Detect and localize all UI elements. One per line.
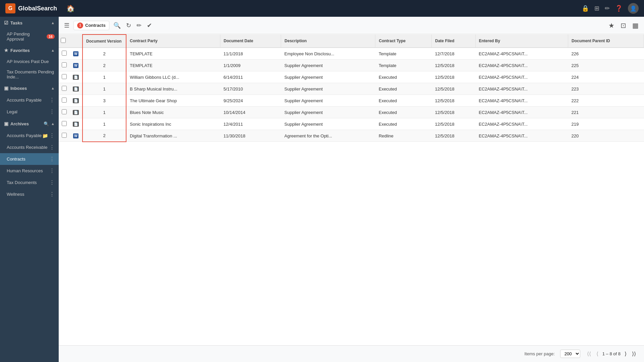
inboxes-section[interactable]: ▣Inboxes ▲	[0, 82, 59, 94]
favorite-icon[interactable]: ★	[607, 20, 616, 31]
archive-item-label: Contracts	[7, 157, 25, 162]
prev-page-btn[interactable]: ⟨	[595, 350, 600, 358]
description-cell: Supplier Agreement	[281, 83, 375, 95]
sidebar-item-ap-pending[interactable]: AP Pending Approval 16	[0, 29, 59, 44]
toolbar-right: ★ ⊡ ▦	[607, 20, 640, 31]
document-date-cell: 11/1/2018	[220, 48, 281, 60]
archive-item-more-icon[interactable]: ⋮	[49, 191, 55, 197]
menu-icon[interactable]: ☰	[63, 20, 71, 31]
row-checkbox-cell[interactable]	[59, 60, 69, 71]
inbox-legal-more-icon[interactable]: ⋮	[49, 109, 55, 115]
document-date-cell: 9/25/2024	[220, 95, 281, 107]
row-checkbox[interactable]	[62, 62, 67, 67]
row-checkbox-cell[interactable]	[59, 95, 69, 107]
img-file-icon: 📄	[73, 122, 79, 127]
logo-icon: G	[5, 3, 15, 13]
archives-search-icon[interactable]: 🔍	[44, 121, 49, 126]
table-row: 📄 3 The Ultimate Gear Shop 9/25/2024 Sup…	[59, 95, 644, 107]
archive-item-label: Tax Documents	[7, 180, 37, 185]
star-icon: ★	[4, 48, 8, 53]
row-checkbox[interactable]	[62, 133, 67, 138]
row-checkbox[interactable]	[62, 109, 67, 114]
date-filed-cell: 12/5/2018	[432, 130, 475, 142]
contracts-tab[interactable]: 1 Contracts	[73, 21, 109, 30]
search-icon[interactable]: 🔍	[112, 20, 122, 31]
select-all-checkbox[interactable]	[61, 38, 66, 43]
parent-id-cell: 220	[568, 130, 644, 142]
entered-by-cell: EC2AMAZ-4P5CSNA\T...	[475, 83, 568, 95]
sidebar-item-accounts-payable[interactable]: Accounts Payable📁⋮	[0, 130, 59, 141]
help-icon[interactable]: ❓	[615, 5, 623, 12]
refresh-icon[interactable]: ↻	[125, 20, 132, 31]
share-icon[interactable]: ⊡	[619, 20, 628, 31]
row-checkbox-cell[interactable]	[59, 130, 69, 142]
table-row: 📄 1 Sonic Inspirations Inc 12/4/2011 Sup…	[59, 118, 644, 130]
contract-party-cell: The Ultimate Gear Shop	[126, 95, 220, 107]
document-date-cell: 12/4/2011	[220, 118, 281, 130]
home-button[interactable]: 🏠	[64, 3, 77, 14]
sidebar-item-inbox-accounts-payable[interactable]: Accounts Payable ⋮	[0, 94, 59, 106]
tasks-chevron: ▲	[51, 21, 55, 25]
doc-version-cell: 1	[83, 118, 126, 130]
favorites-section[interactable]: ★Favorites ▲	[0, 44, 59, 56]
document-date-cell: 1/1/2009	[220, 60, 281, 71]
archive-item-more-icon[interactable]: ⋮	[49, 156, 55, 162]
date-filed-cell: 12/5/2018	[432, 60, 475, 71]
file-type-cell: 📄	[69, 118, 83, 130]
archive-item-more-icon[interactable]: ⋮	[49, 179, 55, 186]
file-type-cell: W	[69, 130, 83, 142]
row-checkbox-cell[interactable]	[59, 83, 69, 95]
description-cell: Supplier Agreement	[281, 118, 375, 130]
doc-version-cell: 2	[83, 60, 126, 71]
last-page-btn[interactable]: ⟩⟩	[631, 350, 637, 358]
row-checkbox[interactable]	[62, 74, 67, 79]
archive-item-more-icon[interactable]: ⋮	[49, 132, 55, 139]
first-page-btn[interactable]: ⟨⟨	[586, 350, 592, 358]
top-nav: G GlobalSearch 🏠 🔒 ⊞ ✏ ❓ 👤	[0, 0, 644, 17]
sidebar-item-wellness[interactable]: Wellness⋮	[0, 188, 59, 200]
sidebar-item-contracts[interactable]: Contracts⋮	[0, 153, 59, 165]
parent-id-cell: 224	[568, 71, 644, 83]
app-name: GlobalSearch	[18, 5, 57, 12]
sidebar-item-tax-docs[interactable]: Tax Documents Pending Inde...	[0, 67, 59, 82]
check-icon[interactable]: ✔	[146, 20, 153, 31]
row-checkbox[interactable]	[62, 121, 67, 126]
user-avatar[interactable]: 👤	[628, 3, 639, 14]
lock-icon[interactable]: 🔒	[582, 5, 589, 12]
layout-icon[interactable]: ▦	[631, 20, 640, 31]
sidebar-item-accounts-receivable[interactable]: Accounts Receivable⋮	[0, 141, 59, 153]
description-cell: Supplier Agreement	[281, 60, 375, 71]
sidebar-item-human-resources[interactable]: Human Resources⋮	[0, 165, 59, 177]
grid-icon[interactable]: ⊞	[594, 5, 599, 12]
row-checkbox[interactable]	[62, 86, 67, 91]
edit-icon[interactable]: ✏	[605, 5, 610, 12]
items-per-page-select[interactable]: 200 25 50 100	[560, 350, 580, 358]
main-content: ☰ 1 Contracts 🔍 ↻ ✏ ✔ ★ ⊡ ▦ Document Ver…	[59, 17, 644, 362]
img-file-icon: 📄	[73, 86, 79, 92]
sidebar-item-tax-documents[interactable]: Tax Documents⋮	[0, 177, 59, 188]
select-all-header[interactable]	[59, 35, 69, 48]
tasks-section[interactable]: ☑Tasks ▲	[0, 17, 59, 29]
row-checkbox[interactable]	[62, 51, 67, 56]
sidebar-item-ap-invoices[interactable]: AP Invoices Past Due	[0, 56, 59, 67]
archive-item-more-icon[interactable]: ⋮	[49, 168, 55, 174]
row-checkbox-cell[interactable]	[59, 71, 69, 83]
word-file-icon: W	[73, 133, 78, 138]
archive-item-label: Human Resources	[7, 168, 43, 173]
inbox-icon: ▣	[4, 85, 8, 91]
table-header-row: Document Version Contract Party Document…	[59, 35, 644, 48]
ap-pending-badge: 16	[47, 34, 55, 39]
table-row: 📄 1 William Gibbons LLC (d... 6/14/2011 …	[59, 71, 644, 83]
next-page-btn[interactable]: ⟩	[623, 350, 628, 358]
contract-type-cell: Redline	[375, 130, 432, 142]
archives-section[interactable]: ▣Archives 🔍 ▲	[0, 118, 59, 130]
row-checkbox-cell[interactable]	[59, 118, 69, 130]
entered-by-header: Entered By	[475, 35, 568, 48]
row-checkbox[interactable]	[62, 98, 67, 103]
archive-item-more-icon[interactable]: ⋮	[49, 144, 55, 150]
row-checkbox-cell[interactable]	[59, 48, 69, 60]
inbox-ap-more-icon[interactable]: ⋮	[49, 97, 55, 103]
row-checkbox-cell[interactable]	[59, 107, 69, 118]
sidebar-item-inbox-legal[interactable]: Legal ⋮	[0, 106, 59, 118]
pencil-icon[interactable]: ✏	[135, 20, 143, 31]
